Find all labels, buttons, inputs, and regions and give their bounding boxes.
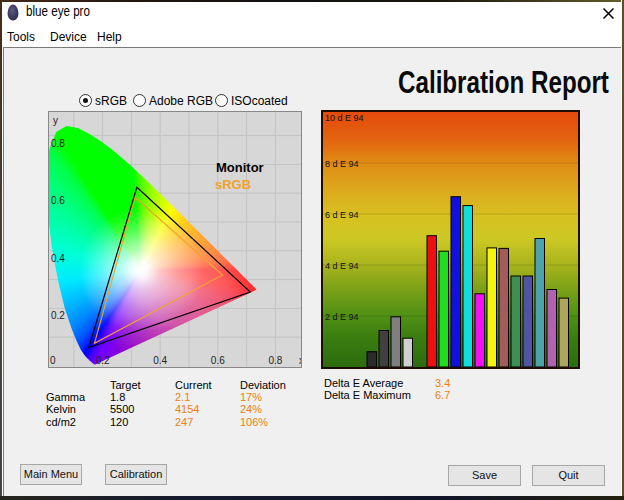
- svg-text:0.6: 0.6: [211, 355, 225, 366]
- svg-text:0.8: 0.8: [268, 355, 282, 366]
- svg-text:Monitor: Monitor: [216, 160, 264, 175]
- svg-text:0.6: 0.6: [51, 195, 65, 206]
- svg-text:y: y: [53, 115, 58, 126]
- svg-text:6 d E 94: 6 d E 94: [325, 210, 359, 220]
- svg-text:x: x: [299, 355, 301, 366]
- svg-text:0.4: 0.4: [153, 355, 167, 366]
- svg-text:4 d E 94: 4 d E 94: [325, 261, 359, 271]
- svg-text:0: 0: [50, 355, 56, 366]
- svg-text:sRGB: sRGB: [215, 177, 251, 192]
- svg-text:8 d E 94: 8 d E 94: [325, 159, 359, 169]
- svg-text:2 d E 94: 2 d E 94: [325, 312, 359, 322]
- svg-text:10 d E 94: 10 d E 94: [325, 113, 364, 123]
- svg-text:0.8: 0.8: [51, 138, 65, 149]
- svg-text:0.2: 0.2: [51, 310, 65, 321]
- svg-text:0.4: 0.4: [51, 253, 65, 264]
- svg-text:0.2: 0.2: [96, 355, 110, 366]
